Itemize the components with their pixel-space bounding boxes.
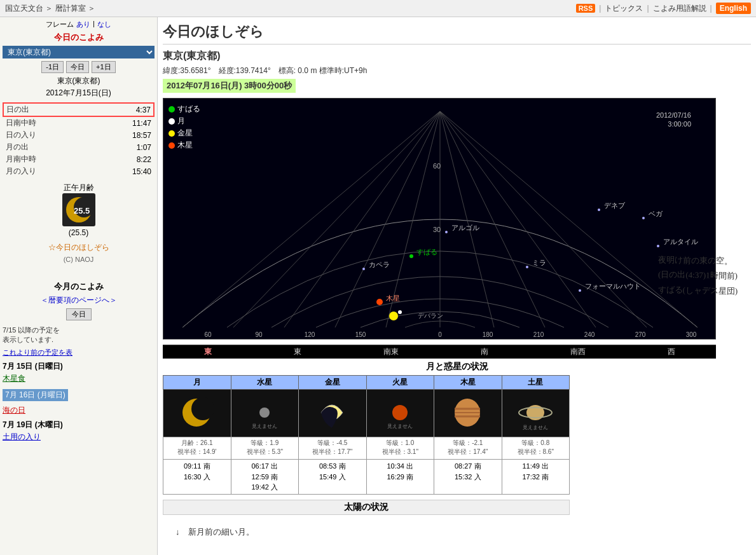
legend-dot-venus — [168, 130, 175, 137]
event-date-719: 7月 19日 (木曜日) — [3, 420, 155, 430]
svg-text:アルタイル: アルタイル — [663, 238, 698, 245]
page-title: 今日のほしぞら — [163, 22, 751, 45]
today-button[interactable]: 今日 — [66, 61, 89, 73]
planet-params-row: 月齢：26.1視半径：14.9' 等級：1.9視半径：5.3" 等級：-4.5視… — [163, 437, 570, 460]
svg-text:120: 120 — [305, 331, 315, 338]
frame-controls: フレーム あり | なし — [3, 20, 155, 29]
svg-text:デネブ: デネブ — [604, 202, 626, 209]
svg-text:180: 180 — [483, 331, 493, 338]
svg-point-40 — [526, 266, 528, 268]
hoshizora-link[interactable]: ☆今日のほしぞら — [3, 242, 155, 253]
rekiyo-link[interactable]: ＜暦要項のページへ＞ — [3, 295, 155, 306]
svg-text:木星: 木星 — [386, 294, 400, 302]
frame-on-link[interactable]: あり — [76, 20, 90, 29]
compass-higashi1: 東 — [204, 346, 212, 357]
svg-text:210: 210 — [533, 331, 544, 338]
legend-venus: 金星 — [168, 128, 200, 139]
sky-legend: すばる 月 金星 木星 — [168, 104, 200, 151]
schedule-prev-link[interactable]: これより前の予定を表 — [3, 348, 72, 356]
saturn-image-cell: 見えません — [502, 390, 570, 437]
handwritten-line2: (日の出(4:37)1時間前) — [658, 267, 738, 284]
coords-line: 緯度:35.6581° 経度:139.7414° 標高: 0.0 m 標準時:U… — [163, 65, 751, 76]
saturn-times: 11:49 出17:32 南 — [502, 460, 570, 495]
sidebar-location: 東京(東京都) — [3, 76, 155, 86]
svg-text:3:00:00: 3:00:00 — [668, 120, 691, 128]
compass-minami: 南 — [481, 346, 488, 357]
venus-times: 08:53 南15:49 入 — [299, 460, 367, 495]
mars-params: 等級：1.0視半径：3.1" — [366, 437, 434, 460]
venus-image-cell — [299, 390, 367, 437]
svg-text:60: 60 — [204, 331, 212, 338]
compass-higashi2: 東 — [294, 346, 301, 357]
mercury-image-cell: 見えません — [231, 390, 299, 437]
svg-point-47 — [398, 310, 402, 314]
sidebar-title: 今日のこよみ — [3, 32, 155, 43]
kotsu-title: 今月のこよみ — [3, 281, 155, 292]
moon-age-section: 正午月齢 25.5 (25.5) — [3, 182, 155, 237]
svg-text:60: 60 — [433, 162, 441, 170]
breadcrumb: 国立天文台 ＞ 暦計算室 ＞ — [5, 3, 576, 14]
next-day-button[interactable]: +1日 — [92, 61, 116, 73]
today-button-2[interactable]: 今日 — [66, 308, 92, 320]
sidebar-date: 2012年7月15日(日) — [3, 88, 155, 99]
svg-point-28 — [409, 254, 413, 258]
svg-text:カペラ: カペラ — [369, 261, 390, 268]
schedule-notice: 7/15 以降の予定を表示しています. — [3, 325, 155, 345]
event-umi[interactable]: 海の日 — [3, 405, 155, 416]
rss-badge[interactable]: RSS — [576, 4, 596, 13]
svg-text:90: 90 — [255, 331, 263, 338]
moon-cell-svg — [170, 391, 224, 434]
saturn-params: 等級：0.8視半径：8.6" — [502, 437, 570, 460]
svg-text:150: 150 — [355, 331, 366, 338]
frame-off-link[interactable]: なし — [97, 20, 111, 29]
date-controls: -1日 今日 +1日 — [3, 61, 155, 73]
svg-point-55 — [259, 408, 270, 418]
topics-link[interactable]: トピックス — [605, 3, 643, 14]
copyright: (C) NAOJ — [3, 256, 155, 263]
svg-text:2012/07/16: 2012/07/16 — [656, 111, 691, 119]
handwritten-line3: すばる(しャデス星団) — [658, 282, 738, 298]
moon-times: 09:11 南16:30 入 — [163, 460, 231, 495]
svg-point-34 — [445, 231, 448, 233]
mars-cell-svg: 見えません — [373, 391, 427, 434]
legend-jupiter: 木星 — [168, 140, 200, 151]
svg-text:300: 300 — [686, 331, 697, 338]
svg-text:240: 240 — [584, 331, 595, 338]
svg-text:見えません: 見えません — [387, 423, 413, 429]
planet-section-title: 月と惑星の状況 — [163, 361, 751, 373]
english-link[interactable]: English — [716, 3, 751, 14]
svg-text:アルゴル: アルゴル — [451, 224, 479, 231]
svg-text:270: 270 — [635, 331, 646, 338]
sky-chart-svg: 60 30 60 90 120 150 0 180 210 240 270 30… — [163, 99, 716, 339]
location-select[interactable]: 東京(東京都) — [3, 46, 155, 58]
handwritten-notes: 夜明け前の東の空。 (日の出(4:37)1時間前) すばる(しャデス星団) — [658, 252, 739, 298]
compass-nansei: 南東 — [383, 346, 399, 357]
svg-point-30 — [598, 209, 600, 211]
event-date-716: 7月 16日 (月曜日) — [3, 389, 68, 401]
col-venus: 金星 — [299, 376, 367, 390]
event-doyo[interactable]: 土用の入り — [3, 432, 155, 442]
event-date-715: 7月 15日 (日曜日) — [3, 361, 155, 372]
col-moon: 月 — [163, 376, 231, 390]
mercury-times: 06:17 出12:59 南19:42 入 — [231, 460, 299, 495]
jupiter-times: 08:27 南15:32 入 — [434, 460, 502, 495]
event-mokuseki[interactable]: 木星食 — [3, 373, 155, 384]
prev-day-button[interactable]: -1日 — [41, 61, 64, 73]
svg-point-36 — [362, 268, 365, 270]
legend-subaru: すばる — [168, 104, 200, 114]
col-saturn: 土星 — [502, 376, 570, 390]
jupiter-cell-svg — [441, 391, 495, 434]
sky-chart: 60 30 60 90 120 150 0 180 210 240 270 30… — [163, 98, 716, 339]
datetime-display: 2012年07月16日(月) 3時00分00秒 — [163, 79, 296, 93]
svg-point-53 — [191, 397, 214, 420]
svg-point-44 — [376, 299, 383, 305]
svg-text:見えません: 見えません — [252, 423, 277, 429]
moon-age-paren: (25.5) — [3, 228, 155, 237]
hinode-value: 4:37 — [93, 103, 154, 116]
svg-text:ミラ: ミラ — [532, 259, 546, 266]
moon-age-label: 正午月齢 — [3, 182, 155, 193]
svg-point-59 — [392, 405, 408, 420]
legend-dot-subaru — [168, 106, 175, 113]
planet-image-row: 見えません — [163, 390, 570, 437]
glossary-link[interactable]: こよみ用語解説 — [653, 3, 706, 14]
